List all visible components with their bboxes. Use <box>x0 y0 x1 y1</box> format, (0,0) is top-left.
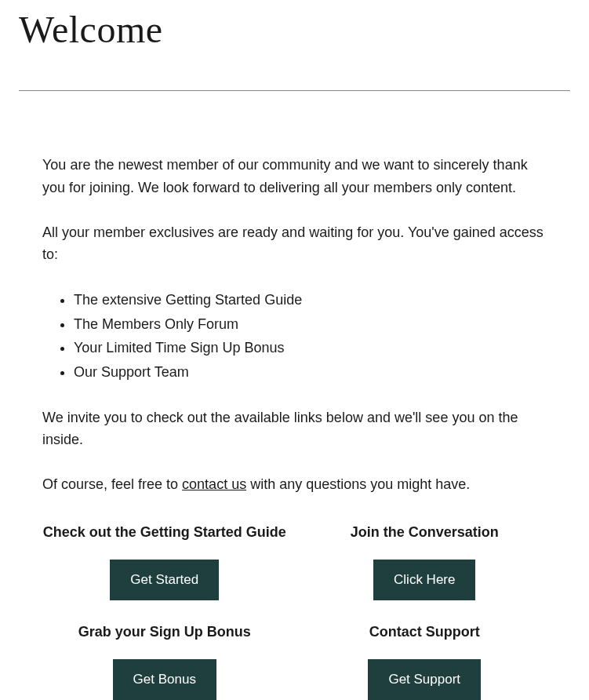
page-title: Welcome <box>19 8 570 51</box>
contact-suffix: with any questions you might have. <box>246 476 470 492</box>
contact-prefix: Of course, feel free to <box>42 476 182 492</box>
contact-paragraph: Of course, feel free to contact us with … <box>42 473 547 496</box>
content-area: You are the newest member of our communi… <box>19 154 570 700</box>
list-item: The Members Only Forum <box>74 312 547 337</box>
list-item: Your Limited Time Sign Up Bonus <box>74 336 547 360</box>
get-bonus-button[interactable]: Get Bonus <box>113 659 216 700</box>
cta-grid: Check out the Getting Started Guide Get … <box>42 524 547 700</box>
list-item: The extensive Getting Started Guide <box>74 288 547 312</box>
cta-heading: Contact Support <box>303 624 547 640</box>
cta-block-sign-up-bonus: Grab your Sign Up Bonus Get Bonus <box>42 624 287 700</box>
cta-block-get-started: Check out the Getting Started Guide Get … <box>42 524 287 600</box>
invite-paragraph: We invite you to check out the available… <box>42 407 547 452</box>
intro-paragraph-1: You are the newest member of our communi… <box>42 154 547 199</box>
get-support-button[interactable]: Get Support <box>368 659 481 700</box>
benefits-list: The extensive Getting Started Guide The … <box>74 288 547 384</box>
intro-paragraph-2: All your member exclusives are ready and… <box>42 221 547 267</box>
cta-block-join-conversation: Join the Conversation Click Here <box>303 524 547 600</box>
cta-block-contact-support: Contact Support Get Support <box>303 624 547 700</box>
list-item: Our Support Team <box>74 360 547 385</box>
divider <box>19 90 570 91</box>
cta-heading: Join the Conversation <box>303 524 547 541</box>
cta-heading: Check out the Getting Started Guide <box>42 524 287 541</box>
get-started-button[interactable]: Get Started <box>110 560 219 600</box>
click-here-button[interactable]: Click Here <box>373 560 475 600</box>
cta-heading: Grab your Sign Up Bonus <box>42 624 287 640</box>
contact-us-link[interactable]: contact us <box>182 476 246 492</box>
